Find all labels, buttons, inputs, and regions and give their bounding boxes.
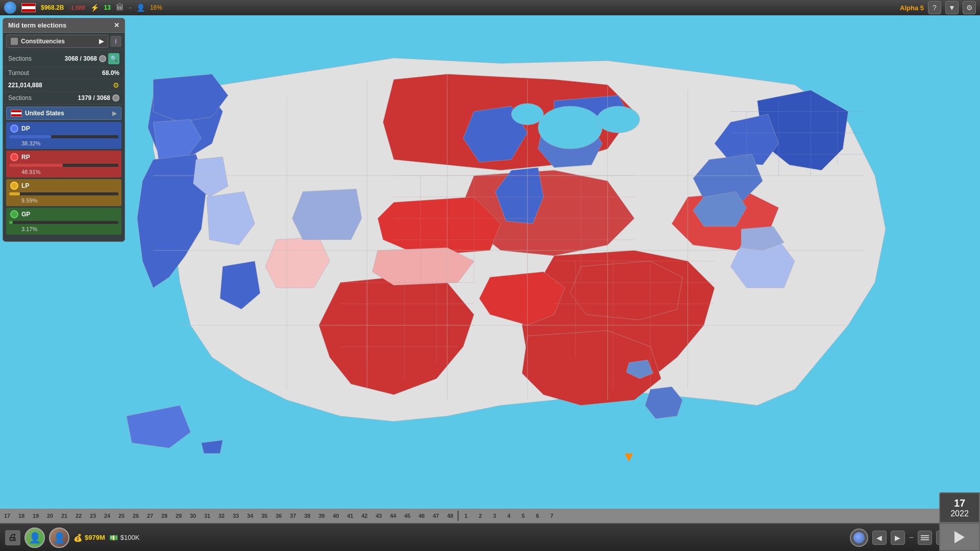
play-button[interactable]: [939, 523, 980, 551]
turnout-row: Turnout 68.0%: [3, 67, 125, 79]
gp-pct: 3.17%: [6, 226, 121, 235]
party-item-lp[interactable]: LP 9.59%: [6, 179, 121, 206]
timeline-num-40[interactable]: 40: [329, 513, 343, 519]
lp-icon: [10, 182, 18, 190]
alpha-label: Alpha 5: [900, 4, 924, 12]
timeline-num-6[interactable]: 6: [530, 513, 545, 519]
timeline-num-20[interactable]: 20: [43, 513, 57, 519]
search-button[interactable]: 🔍: [108, 53, 119, 64]
bottom-money-2: 💵 $100K: [109, 534, 140, 542]
country-bar[interactable]: United States ▶: [6, 107, 121, 120]
country-expand-icon: ▶: [112, 110, 117, 117]
avatar-1[interactable]: 👤: [24, 528, 45, 548]
timeline-num-19[interactable]: 19: [29, 513, 43, 519]
timeline-num-28[interactable]: 28: [157, 513, 172, 519]
timeline-num-31[interactable]: 31: [200, 513, 214, 519]
lp-name: LP: [21, 182, 29, 189]
timeline-num-41[interactable]: 41: [343, 513, 357, 519]
timeline-num-38[interactable]: 38: [300, 513, 314, 519]
sections2-value: 1379 / 3068: [78, 94, 110, 102]
timeline-num-39[interactable]: 39: [314, 513, 329, 519]
timeline-num-46[interactable]: 46: [414, 513, 429, 519]
sections2-row: Sections 1379 / 3068: [3, 92, 125, 105]
topbar-right: Alpha 5 ? ▼ ⚙: [900, 1, 976, 14]
timeline-bar[interactable]: 17 18 19 20 21 22 23 24 25 26 27 28 29 3…: [0, 509, 980, 523]
next-button[interactable]: ▶: [891, 531, 905, 545]
resources-val: 13: [104, 4, 111, 11]
party-item-dp[interactable]: DP 38.32%: [6, 122, 121, 149]
timeline-num-2[interactable]: 2: [473, 513, 487, 519]
timeline-num-24[interactable]: 24: [100, 513, 114, 519]
timeline-num-23[interactable]: 23: [86, 513, 100, 519]
sections2-right: 1379 / 3068: [78, 94, 119, 102]
timeline-num-33[interactable]: 33: [229, 513, 243, 519]
sections-icons: 3068 / 3068 🔍: [65, 53, 119, 64]
timeline-num-43[interactable]: 43: [372, 513, 386, 519]
party-item-gp[interactable]: GP 3.17%: [6, 208, 121, 235]
flag-icon: [21, 3, 36, 12]
globe-icon[interactable]: [4, 2, 16, 14]
timeline-num-45[interactable]: 45: [400, 513, 414, 519]
timeline-num-25[interactable]: 25: [114, 513, 129, 519]
map-container[interactable]: [0, 15, 980, 523]
print-button[interactable]: 🖨: [5, 530, 20, 545]
constituencies-label: Constituencies: [21, 38, 65, 45]
resource-icon: ⚡: [90, 4, 99, 12]
country-flag: [11, 110, 22, 117]
dp-bar: [9, 135, 51, 138]
timeline-num-35[interactable]: 35: [257, 513, 272, 519]
timeline-num-34[interactable]: 34: [243, 513, 257, 519]
timeline-num-27[interactable]: 27: [143, 513, 157, 519]
party-item-rp[interactable]: RP 48.91%: [6, 151, 121, 178]
turnout-value: 68.0%: [102, 69, 119, 77]
prev-button[interactable]: ◀: [872, 531, 887, 545]
settings-button[interactable]: ⚙: [963, 1, 976, 14]
timeline-num-29[interactable]: 29: [172, 513, 186, 519]
info-button[interactable]: i: [110, 36, 121, 47]
timeline-num-22[interactable]: 22: [71, 513, 86, 519]
sections-circle: [99, 55, 106, 62]
timeline-num-26[interactable]: 26: [129, 513, 143, 519]
constituencies-bar[interactable]: Constituencies ▶: [6, 35, 108, 48]
timeline-num-30[interactable]: 30: [186, 513, 200, 519]
date-day: 17: [954, 497, 965, 509]
timeline-num-5[interactable]: 5: [516, 513, 530, 519]
timeline-numbers: 17 18 19 20 21 22 23 24 25 26 27 28 29 3…: [0, 509, 980, 523]
panel-title: Mid term elections: [8, 21, 66, 29]
timeline-num-37[interactable]: 37: [286, 513, 300, 519]
bottom-money-1-value: $979M: [85, 534, 105, 541]
gp-bar: [9, 221, 13, 224]
dp-icon: [10, 124, 18, 133]
dp-name: DP: [21, 125, 30, 132]
timeline-num-1[interactable]: 1: [459, 513, 473, 519]
lp-pct: 9.59%: [6, 197, 121, 206]
gp-bar-container: [9, 221, 118, 224]
list-button[interactable]: [918, 531, 932, 545]
country-name: United States: [25, 110, 112, 117]
play-icon: [954, 531, 965, 543]
avatar-2[interactable]: 👤: [49, 528, 69, 548]
sections-label: Sections: [8, 55, 32, 62]
help-button[interactable]: ?: [928, 1, 941, 14]
timeline-num-17[interactable]: 17: [0, 513, 14, 519]
panel-close-button[interactable]: ✕: [114, 21, 119, 29]
minus-button[interactable]: −: [909, 533, 914, 542]
timeline-num-32[interactable]: 32: [214, 513, 229, 519]
globe-bottom-button[interactable]: [850, 529, 868, 547]
timeline-num-18[interactable]: 18: [14, 513, 29, 519]
timeline-num-42[interactable]: 42: [357, 513, 372, 519]
filter-button[interactable]: ▼: [945, 1, 959, 14]
timeline-num-36[interactable]: 36: [272, 513, 286, 519]
timeline-num-48[interactable]: 48: [443, 513, 457, 519]
timeline-num-3[interactable]: 3: [487, 513, 502, 519]
timeline-num-44[interactable]: 44: [386, 513, 400, 519]
timeline-num-47[interactable]: 47: [429, 513, 443, 519]
list-icon: [921, 535, 929, 540]
timeline-num-21[interactable]: 21: [57, 513, 71, 519]
constituencies-expand-icon: ▶: [99, 38, 104, 45]
date-year: 2022: [950, 509, 969, 518]
population-row: 221,014,888 ⚙: [3, 79, 125, 92]
timeline-num-4[interactable]: 4: [502, 513, 516, 519]
timeline-num-7[interactable]: 7: [545, 513, 559, 519]
rp-bar-container: [9, 164, 118, 167]
